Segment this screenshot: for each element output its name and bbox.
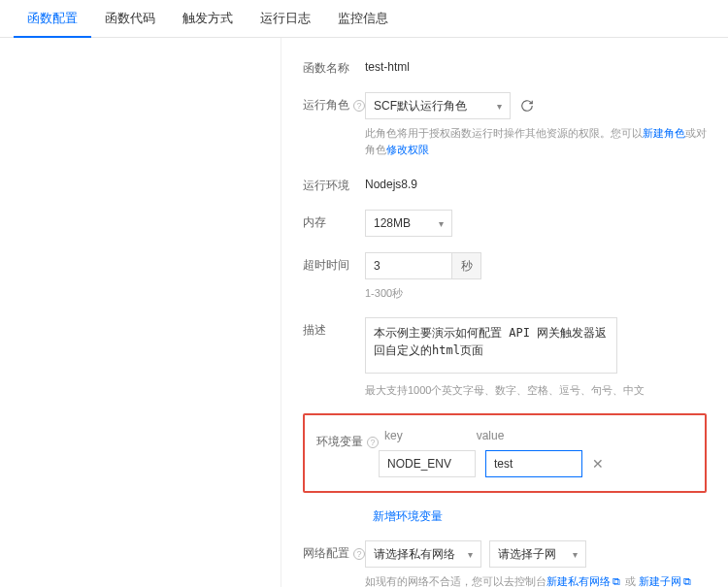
tab-trigger[interactable]: 触发方式	[169, 0, 247, 37]
label-role: 运行角色 ?	[303, 92, 365, 114]
label-network: 网络配置 ?	[303, 540, 365, 562]
label-fn-name: 函数名称	[303, 55, 365, 77]
label-memory: 内存	[303, 210, 365, 231]
external-link-icon: ⧉	[612, 575, 620, 587]
label-timeout: 超时时间	[303, 252, 365, 274]
timeout-unit: 秒	[452, 252, 481, 279]
link-new-subnet[interactable]: 新建子网	[639, 575, 681, 587]
role-hint: 此角色将用于授权函数运行时操作其他资源的权限。您可以新建角色或对角色修改权限	[365, 125, 707, 157]
help-icon[interactable]: ?	[353, 100, 365, 112]
value-fn-name: test-html	[365, 55, 707, 74]
env-section: 环境变量 ? key value ✕	[303, 413, 707, 493]
env-header: key value	[379, 429, 693, 450]
tab-monitor[interactable]: 监控信息	[324, 0, 402, 37]
label-desc: 描述	[303, 317, 365, 339]
subnet-select[interactable]: 请选择子网▾	[489, 540, 586, 568]
env-delete-icon[interactable]: ✕	[592, 456, 604, 472]
add-env-link[interactable]: 新增环境变量	[373, 508, 443, 525]
network-hint: 如现有的网络不合适，您可以去控制台新建私有网络⧉ 或 新建子网⧉	[365, 573, 707, 587]
link-new-vpc[interactable]: 新建私有网络	[546, 575, 611, 587]
help-icon[interactable]: ?	[353, 548, 365, 560]
tab-log[interactable]: 运行日志	[247, 0, 324, 37]
memory-select[interactable]: 128MB▾	[365, 210, 452, 237]
label-env: 环境变量 ?	[316, 429, 379, 450]
form-panel: 函数名称 test-html 运行角色 ? SCF默认运行角色▾ 此角	[281, 38, 728, 587]
link-new-role[interactable]: 新建角色	[643, 127, 685, 139]
desc-textarea[interactable]: 本示例主要演示如何配置 API 网关触发器返回自定义的html页面	[365, 317, 617, 374]
timeout-hint: 1-300秒	[365, 285, 707, 302]
tab-code[interactable]: 函数代码	[91, 0, 169, 37]
refresh-icon[interactable]	[516, 95, 538, 116]
value-runtime: Nodejs8.9	[365, 173, 707, 191]
env-key-input[interactable]	[379, 450, 476, 477]
label-runtime: 运行环境	[303, 173, 365, 194]
tabs: 函数配置 函数代码 触发方式 运行日志 监控信息	[0, 0, 728, 38]
external-link-icon: ⧉	[683, 575, 691, 587]
vpc-select[interactable]: 请选择私有网络▾	[365, 540, 481, 568]
timeout-input[interactable]	[365, 252, 452, 279]
tab-config[interactable]: 函数配置	[14, 0, 91, 37]
left-panel	[0, 38, 281, 587]
desc-hint: 最大支持1000个英文字母、数字、空格、逗号、句号、中文	[365, 382, 707, 399]
help-icon[interactable]: ?	[367, 437, 379, 448]
link-edit-perm[interactable]: 修改权限	[386, 144, 429, 155]
env-value-input[interactable]	[485, 450, 582, 477]
role-select[interactable]: SCF默认运行角色▾	[365, 92, 511, 119]
